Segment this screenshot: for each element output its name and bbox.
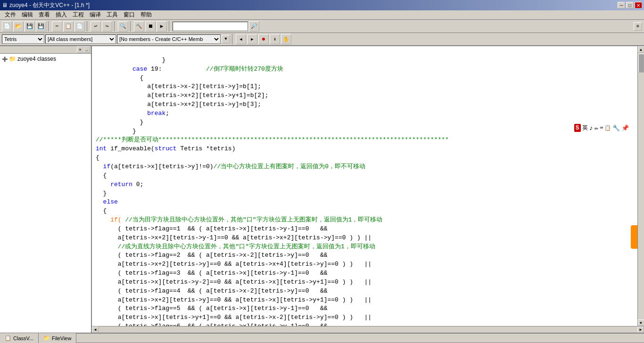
- app-icon: 🖥: [2, 2, 8, 8]
- scroll-up-arrow[interactable]: ▲: [638, 46, 644, 53]
- toolbar-sep-4: [130, 21, 132, 32]
- title-bar-left: 🖥 zuoye4 - 创天中文VC++ - [1.h *]: [2, 1, 90, 9]
- h-scroll-right-arrow[interactable]: ▶: [637, 327, 644, 333]
- save-button[interactable]: 💾: [25, 21, 35, 32]
- main-layout: ✕ _ ➕ 📁 zuoye4 classes } case 19: //倒7字顺…: [0, 46, 644, 333]
- ime-icon-2[interactable]: ♪: [589, 124, 593, 132]
- toolbar-class: Tetris [All class members] [No members -…: [0, 33, 644, 46]
- panel-close-button[interactable]: ✕: [77, 46, 83, 53]
- vertical-scrollbar[interactable]: ▲ ▼: [637, 46, 644, 326]
- class-combo[interactable]: Tetris: [2, 34, 44, 44]
- toolbar2-sep-1: [232, 34, 234, 44]
- stop-button[interactable]: ⏹: [145, 21, 156, 32]
- save-all-button[interactable]: 💾: [36, 21, 46, 32]
- step-button[interactable]: ⬇: [270, 34, 280, 44]
- cut-button[interactable]: ✂: [52, 21, 62, 32]
- search-go-button[interactable]: 🔎: [249, 21, 259, 32]
- member-combo[interactable]: [All class members]: [45, 34, 116, 44]
- find-button[interactable]: 🔍: [118, 21, 128, 32]
- menu-project[interactable]: 工程: [70, 10, 87, 19]
- menu-file[interactable]: 文件: [2, 10, 19, 19]
- menu-compile[interactable]: 编译: [87, 10, 104, 19]
- title-bar: 🖥 zuoye4 - 创天中文VC++ - [1.h *] ─ □ ✕: [0, 0, 644, 10]
- h-scroll-track[interactable]: [99, 327, 637, 333]
- toolbar-sep-2: [87, 21, 89, 32]
- tree-folder-icon: 📁: [9, 56, 16, 62]
- toolbar-main: 📄 📂 💾 💾 ✂ 📋 📄 ↩ ↪ 🔍 🔨 ⏹ ▶ 🔎 ⚙: [0, 20, 644, 33]
- editor-area: } case 19: //倒7字顺时针转270度方块 { a[tetris->x…: [92, 46, 644, 333]
- hand-button[interactable]: ✋: [281, 34, 291, 44]
- tree-root-label: zuoye4 classes: [17, 56, 56, 62]
- ime-icon-7[interactable]: 📌: [621, 124, 629, 132]
- bottom-tabs: 📋 ClassV... 📁 FileView: [0, 333, 644, 343]
- open-file-button[interactable]: 📂: [13, 21, 24, 32]
- toolbar-extra-button[interactable]: ⚙: [634, 22, 642, 31]
- scroll-thumb[interactable]: [638, 54, 644, 73]
- toolbar-sep-3: [114, 21, 116, 32]
- ime-toolbar: S 英 ♪ ✏ ⌨ 📋 🔧 📌: [574, 124, 629, 132]
- orange-tab[interactable]: [631, 225, 637, 249]
- left-panel-header: ✕ _: [0, 46, 91, 54]
- build-button[interactable]: 🔨: [134, 21, 144, 32]
- paste-button[interactable]: 📄: [74, 21, 85, 32]
- code-scroll[interactable]: } case 19: //倒7字顺时针转270度方块 { a[tetris->x…: [92, 46, 637, 326]
- code-content: } case 19: //倒7字顺时针转270度方块 { a[tetris->x…: [92, 46, 637, 326]
- scroll-track[interactable]: [638, 53, 644, 319]
- menu-view[interactable]: 查看: [36, 10, 53, 19]
- class-view-tab[interactable]: 📋 ClassV...: [0, 333, 39, 343]
- redo-button[interactable]: ↪: [102, 21, 112, 32]
- menu-tools[interactable]: 工具: [104, 10, 121, 19]
- s-logo: S: [574, 124, 581, 132]
- title-text: zuoye4 - 创天中文VC++ - [1.h *]: [9, 1, 90, 9]
- nav-back-button[interactable]: ◀: [236, 34, 246, 44]
- ime-icon-1[interactable]: 英: [582, 124, 588, 132]
- search-input[interactable]: [173, 22, 248, 31]
- file-view-label: FileView: [52, 335, 71, 341]
- tree-expand-icon: ➕: [2, 57, 8, 62]
- nav-fwd-button[interactable]: ▶: [247, 34, 257, 44]
- ime-icon-3[interactable]: ✏: [594, 124, 598, 132]
- ime-icon-4[interactable]: ⌨: [600, 125, 603, 131]
- class-view-label: ClassV...: [13, 335, 33, 341]
- tree-root-item[interactable]: ➕ 📁 zuoye4 classes: [2, 56, 89, 62]
- menu-help[interactable]: 帮助: [138, 10, 155, 19]
- ime-icon-5[interactable]: 📋: [604, 125, 611, 131]
- minimize-button[interactable]: ─: [618, 2, 625, 8]
- menu-edit[interactable]: 编辑: [19, 10, 36, 19]
- left-panel: ✕ _ ➕ 📁 zuoye4 classes: [0, 46, 92, 333]
- file-view-icon: 📁: [43, 335, 50, 341]
- close-button[interactable]: ✕: [635, 2, 642, 8]
- maximize-button[interactable]: □: [626, 2, 634, 8]
- scroll-down-arrow[interactable]: ▼: [638, 319, 644, 326]
- h-scroll-left-arrow[interactable]: ◀: [92, 327, 99, 333]
- menu-window[interactable]: 窗口: [121, 10, 138, 19]
- panel-minimize-button[interactable]: _: [83, 46, 90, 53]
- class-view-icon: 📋: [5, 335, 11, 341]
- toolbar-sep-5: [169, 21, 171, 32]
- combo-arrow-button[interactable]: ▼: [222, 35, 230, 43]
- editor-wrapper: } case 19: //倒7字顺时针转270度方块 { a[tetris->x…: [92, 46, 644, 326]
- title-bar-controls[interactable]: ─ □ ✕: [618, 2, 642, 8]
- copy-button[interactable]: 📋: [63, 21, 74, 32]
- menu-bar: 文件 编辑 查看 插入 工程 编译 工具 窗口 帮助: [0, 10, 644, 20]
- breakpoint-button[interactable]: ●: [258, 34, 269, 44]
- horizontal-scrollbar[interactable]: ◀ ▶: [92, 326, 644, 333]
- undo-button[interactable]: ↩: [91, 21, 101, 32]
- no-member-combo[interactable]: [No members - Create C/C++ Memb: [117, 34, 221, 44]
- toolbar-sep-1: [48, 21, 50, 32]
- new-file-button[interactable]: 📄: [2, 21, 12, 32]
- run-button[interactable]: ▶: [157, 21, 167, 32]
- class-tree: ➕ 📁 zuoye4 classes: [0, 54, 91, 333]
- file-view-tab[interactable]: 📁 FileView: [39, 333, 76, 343]
- ime-icon-6[interactable]: 🔧: [612, 124, 620, 132]
- menu-insert[interactable]: 插入: [53, 10, 70, 19]
